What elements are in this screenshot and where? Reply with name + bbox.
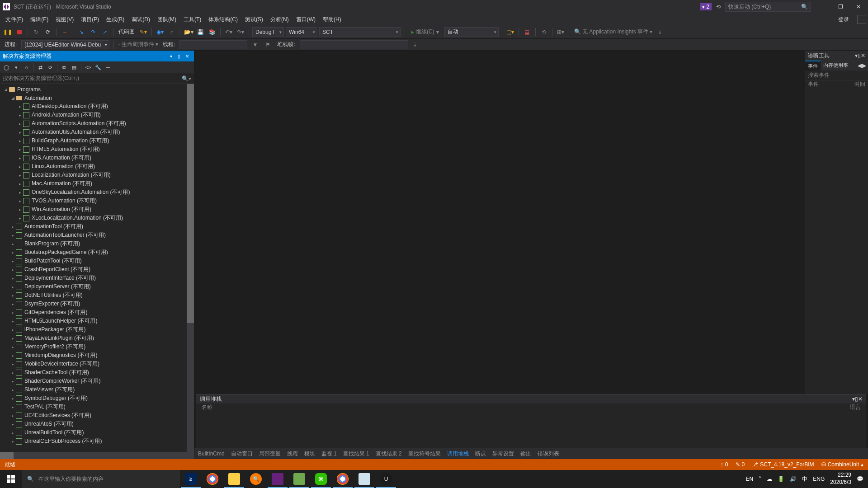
back-icon[interactable]: ◯ bbox=[2, 63, 11, 72]
menu-体系结构(C)[interactable]: 体系结构(C) bbox=[205, 14, 241, 25]
taskbar-explorer[interactable] bbox=[223, 470, 245, 488]
menu-工具(T)[interactable]: 工具(T) bbox=[180, 14, 205, 25]
avatar-icon[interactable] bbox=[857, 15, 866, 24]
ime-en-icon[interactable]: EN bbox=[746, 476, 754, 482]
tree-item[interactable]: ▸TestPAL (不可用) bbox=[0, 403, 194, 411]
tree-item[interactable]: ◢Automation bbox=[0, 94, 194, 102]
bottom-tab-13[interactable]: 错误列表 bbox=[538, 450, 559, 458]
menu-文件(F)[interactable]: 文件(F) bbox=[2, 14, 27, 25]
step-over-button[interactable]: ↷ bbox=[88, 27, 98, 37]
collapse-icon[interactable]: ⧉ bbox=[60, 63, 69, 72]
solution-search-input[interactable]: 搜索解决方案资源管理器(Ctrl+;)🔍▾ bbox=[0, 73, 194, 84]
refresh-tree-icon[interactable]: ⟳ bbox=[46, 63, 55, 72]
panel-pin-button[interactable]: ▯ bbox=[175, 52, 183, 60]
refresh-button[interactable]: ⟳ bbox=[43, 27, 53, 37]
fwd-icon[interactable]: ▾ bbox=[12, 63, 21, 72]
thread-combo[interactable] bbox=[179, 40, 247, 49]
tree-item[interactable]: ◢Programs bbox=[0, 85, 194, 94]
sync-icon[interactable]: ⇄ bbox=[36, 63, 45, 72]
tree-item[interactable]: ▸SymbolDebugger (不可用) bbox=[0, 394, 194, 403]
panel-dropdown-button[interactable]: ▾ bbox=[167, 52, 175, 60]
tree-item[interactable]: ▸AutomationToolLauncher (不可用) bbox=[0, 231, 194, 239]
menu-窗口(W)[interactable]: 窗口(W) bbox=[292, 14, 319, 25]
tree-item[interactable]: ▸UnrealBuildTool (不可用) bbox=[0, 428, 194, 437]
tree-item[interactable]: ▸XLocLocalization.Automation (不可用) bbox=[0, 214, 194, 222]
tree-item[interactable]: ▸ShaderCompileWorker (不可用) bbox=[0, 377, 194, 385]
bottom-tab-10[interactable]: 断点 bbox=[475, 450, 486, 458]
tree-item[interactable]: ▸AllDesktop.Automation (不可用) bbox=[0, 102, 194, 111]
process-combo[interactable]: [12024] UE4Editor-Win64-Debu bbox=[21, 40, 109, 49]
highlight-button[interactable]: ✎▾ bbox=[138, 27, 148, 37]
open-button[interactable]: 📂▾ bbox=[184, 27, 193, 37]
menu-调试(D)[interactable]: 调试(D) bbox=[128, 14, 154, 25]
tray-battery-icon[interactable]: 🔋 bbox=[778, 476, 784, 482]
taskbar-chrome[interactable] bbox=[202, 470, 223, 488]
taskbar-unreal[interactable]: U bbox=[375, 470, 397, 488]
pause-button[interactable]: ❚❚ bbox=[3, 27, 13, 37]
tool-b-button[interactable]: ⬓ bbox=[522, 27, 532, 37]
pending-status[interactable]: ✎ 0 bbox=[736, 461, 745, 468]
config-combo[interactable]: Debug I bbox=[252, 27, 284, 37]
taskbar-notepad[interactable] bbox=[354, 470, 375, 488]
tree-item[interactable]: ▸HTML5.Automation (不可用) bbox=[0, 145, 194, 154]
diag-pin-button[interactable]: ▯ bbox=[858, 52, 861, 59]
sign-in-button[interactable]: 登录 bbox=[834, 14, 854, 25]
arrow-button[interactable]: → bbox=[60, 27, 70, 37]
tree-scrollbar[interactable] bbox=[187, 84, 194, 452]
nav-fwd-button[interactable]: ○ bbox=[167, 27, 177, 37]
bottom-tab-11[interactable]: 异常设置 bbox=[492, 450, 514, 458]
tree-item[interactable]: ▸BootstrapPackagedGame (不可用) bbox=[0, 248, 194, 257]
taskbar-visualstudio[interactable] bbox=[267, 470, 288, 488]
tray-volume-icon[interactable]: 🔊 bbox=[790, 476, 797, 482]
next-icon[interactable]: ▶ bbox=[862, 62, 866, 69]
tree-item[interactable]: ▸DeploymentServer (不可用) bbox=[0, 282, 194, 291]
diag-search-input[interactable]: 搜索事件 bbox=[805, 70, 868, 80]
tree-item[interactable]: ▸DeploymentInterface (不可用) bbox=[0, 274, 194, 282]
menu-项目(P)[interactable]: 项目(P) bbox=[77, 14, 103, 25]
step-out-button[interactable]: ↗ bbox=[100, 27, 110, 37]
stop-button[interactable] bbox=[14, 27, 24, 37]
menu-帮助(H)[interactable]: 帮助(H) bbox=[319, 14, 345, 25]
taskbar-everything[interactable]: 🔍 bbox=[245, 470, 267, 488]
publish-status[interactable]: ↑ 0 bbox=[721, 461, 728, 468]
tray-clock[interactable]: 22:29 2020/6/3 bbox=[830, 472, 851, 486]
overflow2-button[interactable]: ⇣ bbox=[411, 42, 419, 48]
tray-notification-icon[interactable]: 💬 bbox=[857, 476, 863, 482]
overflow-button[interactable]: ⇣ bbox=[656, 29, 664, 35]
tool-c-button[interactable]: ⟲ bbox=[539, 27, 549, 37]
notification-badge[interactable]: ▾2 bbox=[700, 3, 712, 10]
repo-status[interactable]: ⛁ CombineUnit ▴ bbox=[821, 461, 863, 468]
home-icon[interactable]: ⌂ bbox=[22, 63, 31, 72]
bottom-tab-2[interactable]: 局部变量 bbox=[259, 450, 281, 458]
filter-button[interactable]: ▼ bbox=[250, 40, 260, 50]
tray-cloud-icon[interactable]: ☁ bbox=[767, 476, 772, 482]
app-insights-label[interactable]: 🔍 无 Application Insights 事件 ▾ bbox=[572, 28, 655, 36]
tree-item[interactable]: ▸MemoryProfiler2 (不可用) bbox=[0, 343, 194, 351]
platform-combo[interactable]: Win64 bbox=[286, 27, 317, 37]
flag-button[interactable]: ⚑ bbox=[263, 40, 273, 50]
tree-item[interactable]: ▸MinidumpDiagnostics (不可用) bbox=[0, 351, 194, 360]
tab-events[interactable]: 事件 bbox=[805, 61, 821, 70]
ime-zh-icon[interactable]: 中 bbox=[802, 475, 807, 483]
tree-item[interactable]: ▸AutomationScripts.Automation (不可用) bbox=[0, 119, 194, 128]
taskbar-app[interactable] bbox=[288, 470, 310, 488]
menu-测试(S)[interactable]: 测试(S) bbox=[241, 14, 267, 25]
quick-launch-input[interactable]: 快速启动 (Ctrl+Q)🔍 bbox=[725, 2, 811, 12]
taskbar-powershell[interactable]: ≥ bbox=[180, 470, 202, 488]
target-combo[interactable]: SCT bbox=[319, 27, 401, 37]
tree-item[interactable]: ▸UnrealAtoS (不可用) bbox=[0, 420, 194, 428]
tree-item[interactable]: ▸AutomationUtils.Automation (不可用) bbox=[0, 128, 194, 136]
bottom-tab-3[interactable]: 线程 bbox=[287, 450, 298, 458]
stackframe-combo[interactable] bbox=[300, 40, 408, 49]
tree-item[interactable]: ▸CrashReportClient (不可用) bbox=[0, 265, 194, 274]
tool-a-button[interactable]: ⬚▾ bbox=[505, 27, 515, 37]
menu-编辑(E)[interactable]: 编辑(E) bbox=[27, 14, 52, 25]
bottom-tab-1[interactable]: 自动窗口 bbox=[231, 450, 253, 458]
show-all-icon[interactable]: ▤ bbox=[70, 63, 79, 72]
continue-button[interactable]: 继续(C)▾ bbox=[407, 27, 443, 37]
code-view-label[interactable]: 代码图 bbox=[117, 28, 137, 36]
more-icon[interactable]: ─ bbox=[104, 63, 113, 72]
taskbar-search-input[interactable]: 🔍 在这里输入你要搜索的内容 bbox=[22, 470, 180, 488]
tree-item[interactable]: ▸UE4EditorServices (不可用) bbox=[0, 411, 194, 420]
tree-item[interactable]: ▸DsymExporter (不可用) bbox=[0, 300, 194, 308]
